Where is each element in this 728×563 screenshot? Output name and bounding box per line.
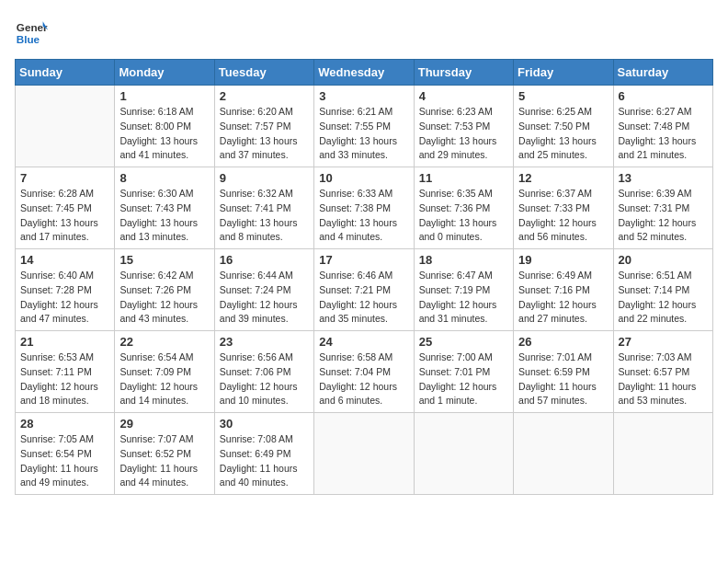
sunset-text: Sunset: 7:26 PM (119, 283, 209, 298)
day-number: 14 (20, 253, 109, 267)
logo: General Blue (15, 15, 48, 48)
sunset-text: Sunset: 7:14 PM (619, 283, 708, 298)
day-number: 9 (220, 171, 309, 185)
day-number: 22 (119, 335, 209, 349)
daylight-text: Daylight: 11 hours and 53 minutes. (619, 380, 708, 409)
calendar-cell: 8Sunrise: 6:30 AMSunset: 7:43 PMDaylight… (115, 167, 214, 249)
calendar-cell: 20Sunrise: 6:51 AMSunset: 7:14 PMDayligh… (613, 249, 712, 331)
day-info: Sunrise: 6:35 AMSunset: 7:36 PMDaylight:… (419, 187, 508, 245)
sunset-text: Sunset: 6:49 PM (220, 447, 309, 462)
day-number: 15 (119, 253, 209, 267)
sunset-text: Sunset: 7:33 PM (518, 201, 608, 216)
calendar-cell: 18Sunrise: 6:47 AMSunset: 7:19 PMDayligh… (414, 249, 513, 331)
sunrise-text: Sunrise: 6:53 AM (20, 350, 109, 365)
day-number: 27 (619, 335, 708, 349)
daylight-text: Daylight: 12 hours and 1 minute. (419, 380, 508, 409)
sunrise-text: Sunrise: 6:18 AM (119, 105, 209, 120)
sunrise-text: Sunrise: 7:01 AM (518, 350, 608, 365)
day-number: 1 (119, 89, 209, 103)
weekday-header-row: SundayMondayTuesdayWednesdayThursdayFrid… (16, 60, 713, 86)
sunset-text: Sunset: 7:28 PM (20, 283, 109, 298)
sunrise-text: Sunrise: 6:49 AM (518, 269, 608, 283)
sunrise-text: Sunrise: 6:40 AM (20, 269, 109, 283)
sunset-text: Sunset: 7:04 PM (319, 365, 408, 380)
day-info: Sunrise: 6:28 AMSunset: 7:45 PMDaylight:… (20, 187, 109, 245)
sunset-text: Sunset: 7:06 PM (220, 365, 309, 380)
calendar-cell: 16Sunrise: 6:44 AMSunset: 7:24 PMDayligh… (214, 249, 313, 331)
day-number: 4 (419, 89, 508, 103)
sunrise-text: Sunrise: 6:44 AM (220, 269, 309, 283)
weekday-header-monday: Monday (115, 60, 214, 86)
daylight-text: Daylight: 12 hours and 31 minutes. (419, 298, 508, 327)
day-number: 6 (619, 89, 708, 103)
calendar-cell (514, 413, 613, 495)
sunset-text: Sunset: 7:38 PM (319, 201, 408, 216)
daylight-text: Daylight: 12 hours and 22 minutes. (619, 298, 708, 327)
sunrise-text: Sunrise: 6:28 AM (20, 187, 109, 201)
day-info: Sunrise: 6:30 AMSunset: 7:43 PMDaylight:… (119, 187, 209, 245)
day-info: Sunrise: 6:51 AMSunset: 7:14 PMDaylight:… (619, 269, 708, 327)
calendar-cell: 22Sunrise: 6:54 AMSunset: 7:09 PMDayligh… (115, 331, 214, 413)
daylight-text: Daylight: 12 hours and 56 minutes. (518, 216, 608, 246)
weekday-header-thursday: Thursday (414, 60, 513, 86)
calendar-cell (314, 413, 414, 495)
day-info: Sunrise: 6:46 AMSunset: 7:21 PMDaylight:… (319, 269, 408, 327)
sunrise-text: Sunrise: 7:05 AM (20, 432, 109, 447)
sunset-text: Sunset: 7:01 PM (419, 365, 508, 380)
day-info: Sunrise: 6:42 AMSunset: 7:26 PMDaylight:… (119, 269, 209, 327)
daylight-text: Daylight: 12 hours and 18 minutes. (20, 380, 109, 409)
day-number: 16 (220, 253, 309, 267)
calendar-cell: 3Sunrise: 6:21 AMSunset: 7:55 PMDaylight… (314, 86, 414, 167)
sunrise-text: Sunrise: 6:37 AM (518, 187, 608, 201)
sunrise-text: Sunrise: 6:23 AM (419, 105, 508, 120)
daylight-text: Daylight: 13 hours and 13 minutes. (119, 216, 209, 246)
calendar-cell: 25Sunrise: 7:00 AMSunset: 7:01 PMDayligh… (414, 331, 513, 413)
day-number: 30 (220, 417, 309, 431)
logo-icon: General Blue (15, 15, 48, 48)
sunrise-text: Sunrise: 7:08 AM (220, 432, 309, 447)
calendar-table: SundayMondayTuesdayWednesdayThursdayFrid… (15, 59, 713, 495)
calendar-cell: 24Sunrise: 6:58 AMSunset: 7:04 PMDayligh… (314, 331, 414, 413)
calendar-cell: 11Sunrise: 6:35 AMSunset: 7:36 PMDayligh… (414, 167, 513, 249)
day-number: 10 (319, 171, 408, 185)
week-row-1: 1Sunrise: 6:18 AMSunset: 8:00 PMDaylight… (16, 86, 713, 167)
calendar-cell: 4Sunrise: 6:23 AMSunset: 7:53 PMDaylight… (414, 86, 513, 167)
day-number: 29 (119, 417, 209, 431)
weekday-header-saturday: Saturday (613, 60, 712, 86)
daylight-text: Daylight: 13 hours and 0 minutes. (419, 216, 508, 246)
sunrise-text: Sunrise: 6:20 AM (220, 105, 309, 120)
sunrise-text: Sunrise: 6:47 AM (419, 269, 508, 283)
daylight-text: Daylight: 11 hours and 49 minutes. (20, 462, 109, 491)
sunset-text: Sunset: 7:24 PM (220, 283, 309, 298)
sunset-text: Sunset: 7:09 PM (119, 365, 209, 380)
sunrise-text: Sunrise: 7:03 AM (619, 350, 708, 365)
daylight-text: Daylight: 13 hours and 8 minutes. (220, 216, 309, 246)
day-number: 13 (619, 171, 708, 185)
calendar-cell: 5Sunrise: 6:25 AMSunset: 7:50 PMDaylight… (514, 86, 613, 167)
sunrise-text: Sunrise: 6:30 AM (119, 187, 209, 201)
calendar-cell: 10Sunrise: 6:33 AMSunset: 7:38 PMDayligh… (314, 167, 414, 249)
sunset-text: Sunset: 6:52 PM (119, 447, 209, 462)
weekday-header-tuesday: Tuesday (214, 60, 313, 86)
day-number: 5 (518, 89, 608, 103)
day-number: 2 (220, 89, 309, 103)
sunrise-text: Sunrise: 7:07 AM (119, 432, 209, 447)
day-number: 20 (619, 253, 708, 267)
calendar-cell: 23Sunrise: 6:56 AMSunset: 7:06 PMDayligh… (214, 331, 313, 413)
sunset-text: Sunset: 7:45 PM (20, 201, 109, 216)
calendar-cell: 1Sunrise: 6:18 AMSunset: 8:00 PMDaylight… (115, 86, 214, 167)
day-number: 23 (220, 335, 309, 349)
weekday-header-wednesday: Wednesday (314, 60, 414, 86)
calendar-cell: 6Sunrise: 6:27 AMSunset: 7:48 PMDaylight… (613, 86, 712, 167)
day-info: Sunrise: 7:05 AMSunset: 6:54 PMDaylight:… (20, 432, 109, 490)
day-number: 7 (20, 171, 109, 185)
day-info: Sunrise: 6:27 AMSunset: 7:48 PMDaylight:… (619, 105, 708, 163)
calendar-cell (16, 86, 115, 167)
day-number: 28 (20, 417, 109, 431)
sunset-text: Sunset: 8:00 PM (119, 120, 209, 134)
calendar-cell: 28Sunrise: 7:05 AMSunset: 6:54 PMDayligh… (16, 413, 115, 495)
daylight-text: Daylight: 12 hours and 10 minutes. (220, 380, 309, 409)
daylight-text: Daylight: 12 hours and 27 minutes. (518, 298, 608, 327)
day-info: Sunrise: 6:25 AMSunset: 7:50 PMDaylight:… (518, 105, 608, 163)
svg-text:Blue: Blue (17, 33, 40, 45)
